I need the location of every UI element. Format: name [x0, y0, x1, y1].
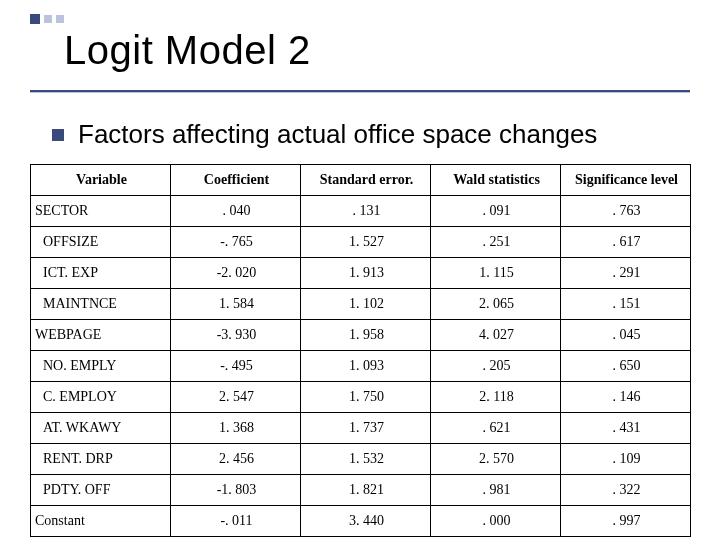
- cell-wald: 1. 115: [431, 258, 561, 289]
- cell-stderr: 1. 750: [301, 382, 431, 413]
- header-decoration: [30, 14, 64, 24]
- cell-sig: . 151: [561, 289, 691, 320]
- cell-variable: WEBPAGE: [31, 320, 171, 351]
- table-row: NO. EMPLY-. 4951. 093. 205. 650: [31, 351, 691, 382]
- cell-wald: 4. 027: [431, 320, 561, 351]
- title-underline: [30, 90, 690, 93]
- cell-stderr: 1. 093: [301, 351, 431, 382]
- cell-stderr: 1. 913: [301, 258, 431, 289]
- cell-sig: . 045: [561, 320, 691, 351]
- cell-sig: . 650: [561, 351, 691, 382]
- table-row: SECTOR. 040. 131. 091. 763: [31, 196, 691, 227]
- cell-stderr: 1. 532: [301, 444, 431, 475]
- table-row: MAINTNCE1. 5841. 1022. 065. 151: [31, 289, 691, 320]
- table-body: SECTOR. 040. 131. 091. 763OFFSIZE-. 7651…: [31, 196, 691, 537]
- cell-coefficient: 2. 547: [171, 382, 301, 413]
- table-row: PDTY. OFF-1. 8031. 821. 981. 322: [31, 475, 691, 506]
- cell-stderr: 1. 102: [301, 289, 431, 320]
- cell-wald: . 091: [431, 196, 561, 227]
- cell-stderr: . 131: [301, 196, 431, 227]
- cell-sig: . 617: [561, 227, 691, 258]
- cell-wald: 2. 118: [431, 382, 561, 413]
- cell-sig: . 146: [561, 382, 691, 413]
- cell-variable: C. EMPLOY: [31, 382, 171, 413]
- table-header-row: Variable Coefficient Standard error. Wal…: [31, 165, 691, 196]
- cell-variable: NO. EMPLY: [31, 351, 171, 382]
- col-header-variable: Variable: [31, 165, 171, 196]
- square-icon: [30, 14, 40, 24]
- cell-variable: OFFSIZE: [31, 227, 171, 258]
- cell-stderr: 1. 737: [301, 413, 431, 444]
- cell-coefficient: -2. 020: [171, 258, 301, 289]
- bullet-icon: [52, 129, 64, 141]
- cell-sig: . 322: [561, 475, 691, 506]
- cell-variable: RENT. DRP: [31, 444, 171, 475]
- cell-coefficient: -. 765: [171, 227, 301, 258]
- cell-variable: PDTY. OFF: [31, 475, 171, 506]
- table-row: OFFSIZE-. 7651. 527. 251. 617: [31, 227, 691, 258]
- table-row: RENT. DRP2. 4561. 5322. 570. 109: [31, 444, 691, 475]
- cell-coefficient: -. 011: [171, 506, 301, 537]
- cell-stderr: 3. 440: [301, 506, 431, 537]
- slide-title: Logit Model 2: [64, 28, 690, 73]
- subtitle-row: Factors affecting actual office space ch…: [52, 119, 690, 150]
- cell-wald: . 000: [431, 506, 561, 537]
- cell-sig: . 997: [561, 506, 691, 537]
- col-header-significance: Significance level: [561, 165, 691, 196]
- slide-subtitle: Factors affecting actual office space ch…: [78, 119, 597, 150]
- cell-sig: . 109: [561, 444, 691, 475]
- cell-wald: . 205: [431, 351, 561, 382]
- table-row: WEBPAGE-3. 9301. 9584. 027. 045: [31, 320, 691, 351]
- cell-stderr: 1. 821: [301, 475, 431, 506]
- col-header-stderr: Standard error.: [301, 165, 431, 196]
- cell-coefficient: -1. 803: [171, 475, 301, 506]
- cell-coefficient: . 040: [171, 196, 301, 227]
- cell-coefficient: 2. 456: [171, 444, 301, 475]
- cell-coefficient: -3. 930: [171, 320, 301, 351]
- cell-coefficient: -. 495: [171, 351, 301, 382]
- col-header-wald: Wald statistics: [431, 165, 561, 196]
- results-table: Variable Coefficient Standard error. Wal…: [30, 164, 691, 537]
- cell-wald: 2. 065: [431, 289, 561, 320]
- cell-coefficient: 1. 584: [171, 289, 301, 320]
- col-header-coefficient: Coefficient: [171, 165, 301, 196]
- cell-stderr: 1. 958: [301, 320, 431, 351]
- cell-wald: . 251: [431, 227, 561, 258]
- table-row: ICT. EXP-2. 0201. 9131. 115. 291: [31, 258, 691, 289]
- table-row: C. EMPLOY2. 5471. 7502. 118. 146: [31, 382, 691, 413]
- cell-sig: . 763: [561, 196, 691, 227]
- cell-variable: MAINTNCE: [31, 289, 171, 320]
- cell-variable: SECTOR: [31, 196, 171, 227]
- cell-wald: . 981: [431, 475, 561, 506]
- cell-sig: . 431: [561, 413, 691, 444]
- cell-variable: AT. WKAWY: [31, 413, 171, 444]
- cell-coefficient: 1. 368: [171, 413, 301, 444]
- cell-wald: . 621: [431, 413, 561, 444]
- table-row: AT. WKAWY1. 3681. 737. 621. 431: [31, 413, 691, 444]
- table-row: Constant-. 0113. 440. 000. 997: [31, 506, 691, 537]
- square-icon: [44, 15, 52, 23]
- cell-stderr: 1. 527: [301, 227, 431, 258]
- cell-wald: 2. 570: [431, 444, 561, 475]
- cell-variable: Constant: [31, 506, 171, 537]
- square-icon: [56, 15, 64, 23]
- cell-sig: . 291: [561, 258, 691, 289]
- cell-variable: ICT. EXP: [31, 258, 171, 289]
